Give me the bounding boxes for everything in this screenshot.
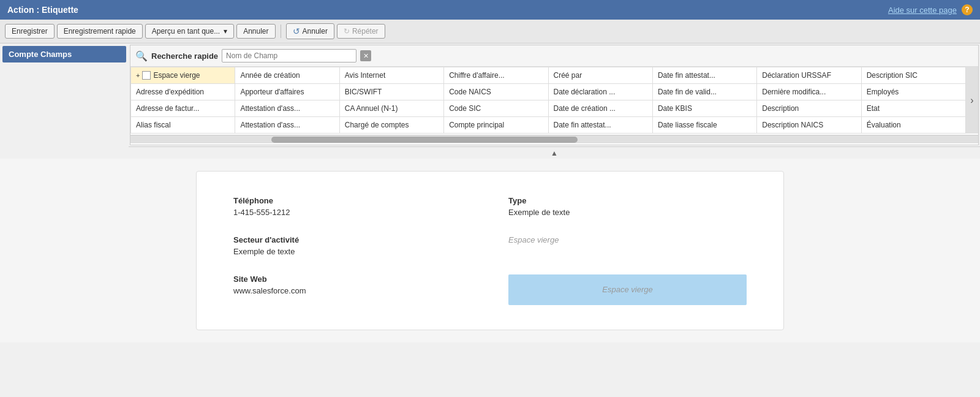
help-icon[interactable]: ? [962, 4, 973, 15]
checkbox-icon [142, 71, 151, 80]
field-cell-evaluation[interactable]: Évaluation [862, 117, 966, 134]
field-cell-datefin2[interactable]: Date fin attestat... [549, 117, 653, 134]
main-content: Compte Champs 🔍 Recherche rapide ✕ + Esp… [0, 43, 980, 159]
telephone-value: 1-415-555-1212 [233, 208, 290, 217]
field-cell-employes[interactable]: Employés [862, 84, 966, 100]
field-cell-ca[interactable]: CA Annuel (N-1) [340, 100, 444, 117]
search-icon: 🔍 [135, 50, 148, 62]
field-cell-date-creation[interactable]: Date de création ... [549, 100, 653, 117]
field-cell-espace-vierge[interactable]: + Espace vierge [131, 67, 235, 84]
fields-grid-wrapper: + Espace vierge Année de création Avis I… [130, 67, 978, 134]
field-cell-date-valid[interactable]: Date fin de valid... [653, 84, 757, 100]
highlighted-value: Espace vierge [508, 274, 747, 305]
field-cell-chiffre[interactable]: Chiffre d'affaire... [444, 67, 548, 84]
fields-container: 🔍 Recherche rapide ✕ + Espace vierge Ann… [130, 45, 979, 145]
field-cell-alias[interactable]: Alias fiscal [131, 117, 235, 134]
fields-panel: 🔍 Recherche rapide ✕ + Espace vierge Ann… [129, 43, 980, 159]
type-value: Exemple de texte [508, 208, 570, 217]
preview-website: Site Web www.salesforce.com [233, 274, 472, 305]
chevron-down-icon: ▾ [224, 27, 227, 36]
type-label: Type [508, 196, 747, 205]
field-cell-declaration[interactable]: Déclaration URSSAF [757, 67, 861, 84]
side-scroll-arrow[interactable]: › [966, 67, 978, 134]
help-link[interactable]: Aide sur cette page [888, 6, 957, 15]
secteur-value: Exemple de texte [233, 247, 295, 256]
search-clear-button[interactable]: ✕ [360, 50, 371, 61]
add-icon: + [136, 72, 140, 79]
quick-save-button[interactable]: Enregistrement rapide [57, 24, 143, 39]
preview-telephone: Téléphone 1-415-555-1212 [233, 196, 472, 217]
cancel1-button[interactable]: Annuler [236, 24, 275, 39]
toolbar: Enregistrer Enregistrement rapide Aperçu… [0, 20, 980, 43]
preview-grid: Téléphone 1-415-555-1212 Type Exemple de… [233, 196, 747, 305]
search-bar: 🔍 Recherche rapide ✕ [130, 45, 978, 67]
preview-button[interactable]: Aperçu en tant que... ▾ [145, 24, 234, 39]
field-cell-adresse-fact[interactable]: Adresse de factur... [131, 100, 235, 117]
preview-secteur: Secteur d'activité Exemple de texte [233, 235, 472, 256]
field-cell-bic[interactable]: BIC/SWIFT [340, 84, 444, 100]
header-bar: Action : Etiquette Aide sur cette page ? [0, 0, 980, 20]
fields-grid: + Espace vierge Année de création Avis I… [130, 67, 966, 134]
sidebar: Compte Champs [0, 43, 129, 159]
empty1-value: Espace vierge [508, 235, 559, 244]
preview-section: Téléphone 1-415-555-1212 Type Exemple de… [0, 159, 980, 342]
secteur-label: Secteur d'activité [233, 235, 472, 244]
refresh-icon: ↺ [293, 26, 300, 36]
field-cell-att1[interactable]: Attestation d'ass... [235, 100, 339, 117]
field-cell-att2[interactable]: Attestation d'ass... [235, 117, 339, 134]
field-cell-adresse-exp[interactable]: Adresse d'expédition [131, 84, 235, 100]
preview-card: Téléphone 1-415-555-1212 Type Exemple de… [196, 171, 784, 330]
field-cell-kbis[interactable]: Date KBIS [653, 100, 757, 117]
field-cell-derniere[interactable]: Dernière modifica... [757, 84, 861, 100]
website-value: www.salesforce.com [233, 286, 306, 295]
search-label: Recherche rapide [151, 51, 218, 61]
repeat-button[interactable]: ↻ Répéter [337, 24, 385, 39]
scroll-thumb [271, 137, 578, 143]
repeat-icon: ↻ [344, 27, 350, 36]
field-cell-desc-naics[interactable]: Description NAICS [757, 117, 861, 134]
field-cell-desc-sic[interactable]: Description SIC [862, 67, 966, 84]
field-cell-code-sic[interactable]: Code SIC [444, 100, 548, 117]
separator [281, 25, 281, 38]
field-cell-compte[interactable]: Compte principal [444, 117, 548, 134]
search-input[interactable] [222, 49, 356, 62]
field-cell-avis[interactable]: Avis Internet [340, 67, 444, 84]
field-cell-date-decl[interactable]: Date déclaration ... [549, 84, 653, 100]
help-section: Aide sur cette page ? [888, 4, 973, 15]
field-cell-annee[interactable]: Année de création [235, 67, 339, 84]
save-button[interactable]: Enregistrer [5, 24, 55, 39]
field-cell-charge[interactable]: Chargé de comptes [340, 117, 444, 134]
preview-highlighted: Espace vierge [508, 274, 747, 305]
field-cell-datefin1[interactable]: Date fin attestat... [653, 67, 757, 84]
field-cell-etat[interactable]: Etat [862, 100, 966, 117]
website-label: Site Web [233, 274, 472, 284]
field-cell-description[interactable]: Description [757, 100, 861, 117]
field-cell-naics[interactable]: Code NAICS [444, 84, 548, 100]
preview-empty1: Espace vierge [508, 235, 747, 256]
preview-type: Type Exemple de texte [508, 196, 747, 217]
cancel2-button[interactable]: ↺ Annuler [286, 23, 334, 39]
field-cell-liasse[interactable]: Date liasse fiscale [653, 117, 757, 134]
sidebar-item-compte-champs[interactable]: Compte Champs [2, 46, 126, 62]
field-cell-cree[interactable]: Créé par [549, 67, 653, 84]
arrow-indicator: ▲ [129, 146, 980, 159]
page-title: Action : Etiquette [7, 5, 78, 15]
horizontal-scrollbar[interactable] [130, 135, 978, 143]
field-cell-apporteur[interactable]: Apporteur d'affaires [235, 84, 339, 100]
telephone-label: Téléphone [233, 196, 472, 205]
